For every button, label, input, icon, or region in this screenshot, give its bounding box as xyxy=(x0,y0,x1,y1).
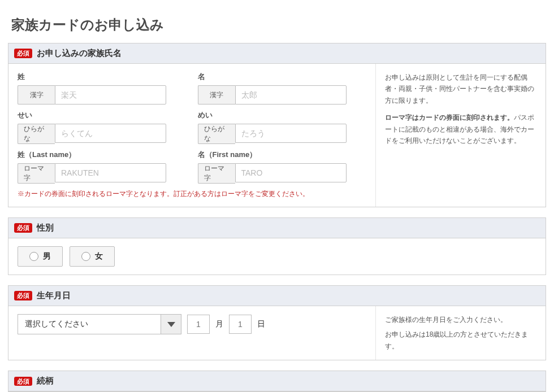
side-note-text: ご家族様の生年月日をご入力ください。 xyxy=(385,314,536,325)
section-title: お申し込みの家族氏名 xyxy=(37,48,122,59)
birth-side-note: ご家族様の生年月日をご入力ください。 お申し込みは18歳以上の方とさせていただき… xyxy=(376,306,546,360)
radio-label-male: 男 xyxy=(43,251,51,262)
required-badge: 必須 xyxy=(14,223,32,232)
section-family-name: 必須 お申し込みの家族氏名 姓 漢字 名 漢字 xyxy=(8,43,546,207)
section-title: 続柄 xyxy=(37,376,54,386)
input-day[interactable] xyxy=(229,315,252,334)
side-note-text: お申し込みは18歳以上の方とさせていただきます。 xyxy=(385,329,536,352)
section-title: 生年月日 xyxy=(37,290,71,301)
radio-male[interactable]: 男 xyxy=(18,246,63,267)
radio-female[interactable]: 女 xyxy=(70,246,115,267)
label-mei-kanji: 名 xyxy=(198,72,367,82)
radio-label-female: 女 xyxy=(95,251,103,262)
unit-day: 日 xyxy=(257,319,265,329)
section-gender: 必須 性別 男 女 xyxy=(8,217,546,275)
input-sei-roman[interactable] xyxy=(55,163,166,182)
label-sei-roman: 姓（Last name） xyxy=(18,150,187,160)
side-note-text: お申し込みは原則として生計を同一にする配偶者・両親・子供・同性パートナーを含む事… xyxy=(385,72,536,106)
roman-warning: ※カードの券面に刻印されるローマ字となります。訂正がある方はローマ字をご変更くだ… xyxy=(18,189,366,199)
input-mei-roman[interactable] xyxy=(235,163,347,182)
input-sei-hira[interactable] xyxy=(55,124,166,143)
required-badge: 必須 xyxy=(14,291,32,300)
prefix-kanji: 漢字 xyxy=(198,85,235,104)
section-relation: 必須 続柄 xyxy=(8,371,546,392)
label-sei-kanji: 姓 xyxy=(18,72,187,82)
radio-icon xyxy=(81,252,90,261)
section-header: 必須 続柄 xyxy=(8,371,546,391)
section-header: 必須 性別 xyxy=(8,218,546,238)
label-mei-hira: めい xyxy=(198,110,367,120)
required-badge: 必須 xyxy=(14,377,32,386)
name-side-note: お申し込みは原則として生計を同一にする配偶者・両親・子供・同性パートナーを含む事… xyxy=(376,64,546,207)
unit-month: 月 xyxy=(215,319,223,329)
section-birthdate: 必須 生年月日 選択してください 月 日 xyxy=(8,285,546,360)
prefix-hiragana: ひらがな xyxy=(18,124,55,144)
radio-icon xyxy=(29,252,38,261)
input-sei-kanji[interactable] xyxy=(55,85,166,104)
prefix-roman: ローマ字 xyxy=(18,163,55,184)
select-dropdown-button[interactable] xyxy=(161,315,181,334)
label-mei-roman: 名（First name） xyxy=(198,150,367,160)
select-year-text: 選択してください xyxy=(18,319,161,329)
label-sei-hira: せい xyxy=(18,110,187,120)
required-badge: 必須 xyxy=(14,49,32,58)
select-year[interactable]: 選択してください xyxy=(18,314,181,334)
input-mei-hira[interactable] xyxy=(235,124,347,143)
prefix-roman: ローマ字 xyxy=(198,163,235,184)
input-month[interactable] xyxy=(187,315,210,334)
chevron-down-icon xyxy=(167,322,175,327)
prefix-hiragana: ひらがな xyxy=(198,124,235,144)
side-note-bold: ローマ字はカードの券面に刻印されます。 xyxy=(385,114,514,121)
page-title: 家族カードのお申し込み xyxy=(11,16,554,34)
prefix-kanji: 漢字 xyxy=(18,85,55,104)
section-title: 性別 xyxy=(37,223,54,233)
input-mei-kanji[interactable] xyxy=(235,85,347,104)
section-header: 必須 生年月日 xyxy=(8,286,546,306)
section-header: 必須 お申し込みの家族氏名 xyxy=(8,43,546,64)
